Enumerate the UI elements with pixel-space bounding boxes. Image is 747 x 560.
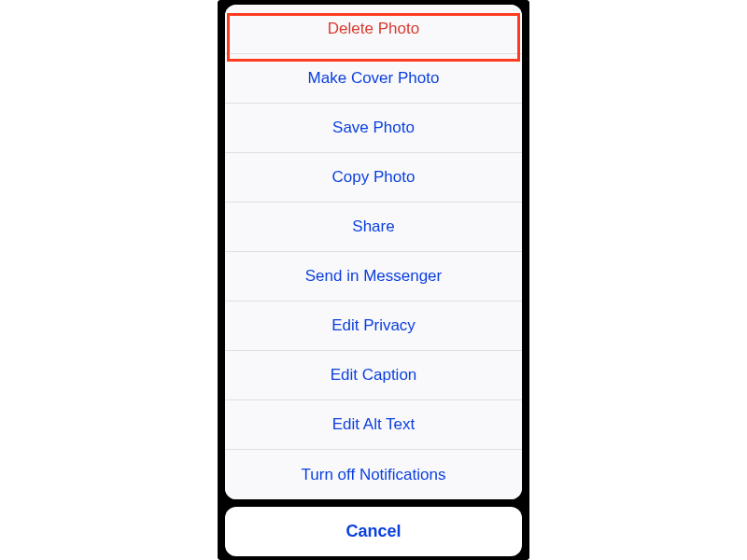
phone-frame: ✕ Delete Photo Make Cover Photo Save Pho…: [218, 0, 529, 560]
action-save-photo[interactable]: Save Photo: [225, 104, 522, 153]
action-sheet: Delete Photo Make Cover Photo Save Photo…: [225, 5, 522, 499]
action-edit-privacy[interactable]: Edit Privacy: [225, 301, 522, 351]
action-make-cover-photo[interactable]: Make Cover Photo: [225, 54, 522, 104]
cancel-button[interactable]: Cancel: [225, 507, 522, 556]
action-copy-photo[interactable]: Copy Photo: [225, 153, 522, 203]
action-delete-photo[interactable]: Delete Photo: [225, 5, 522, 54]
action-edit-alt-text[interactable]: Edit Alt Text: [225, 400, 522, 450]
action-send-in-messenger[interactable]: Send in Messenger: [225, 252, 522, 301]
action-turn-off-notifications[interactable]: Turn off Notifications: [225, 450, 522, 499]
action-sheet-container: Delete Photo Make Cover Photo Save Photo…: [225, 14, 522, 556]
action-edit-caption[interactable]: Edit Caption: [225, 351, 522, 400]
action-share[interactable]: Share: [225, 203, 522, 252]
